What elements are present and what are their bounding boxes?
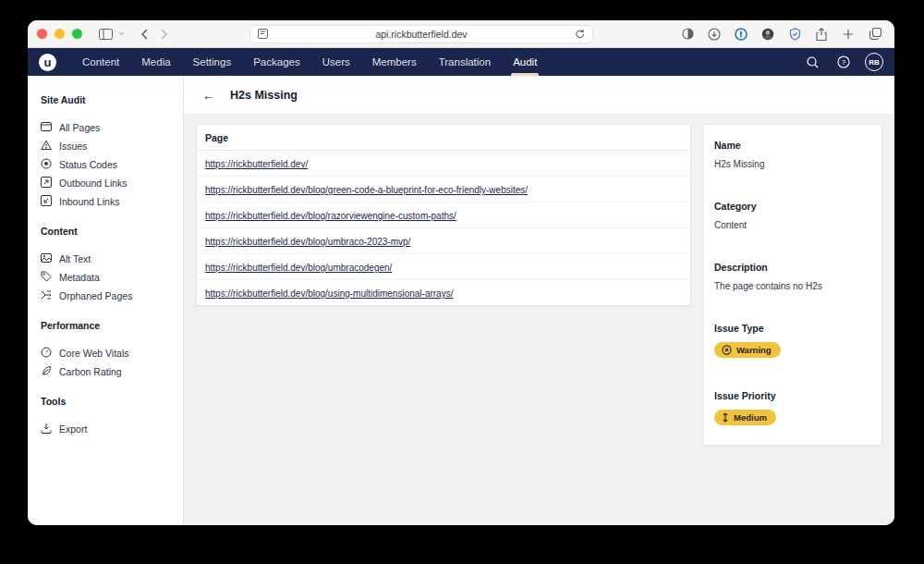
sidebar-item-label: Core Web Vitals	[59, 348, 128, 359]
sidebar-item-label: Issues	[59, 141, 87, 152]
table-row: https://rickbutterfield.dev/blog/razorvi…	[197, 202, 690, 228]
page-url-link[interactable]: https://rickbutterfield.dev/blog/using-m…	[205, 288, 453, 299]
site-audit-sidebar: Site AuditAll PagesIssuesStatus CodesOut…	[28, 76, 184, 525]
user-avatar[interactable]: RB	[865, 53, 883, 71]
sidebar-item-label: Alt Text	[59, 253, 91, 264]
browser-window: api.rickbutterfield.dev	[28, 20, 894, 525]
issue-priority-badge: Medium	[714, 410, 776, 425]
sidebar-item-metadata[interactable]: Metadata	[41, 268, 183, 287]
sidebar-item-label: Inbound Links	[59, 196, 119, 207]
issue-priority-label: Issue Priority	[714, 390, 870, 401]
umbraco-top-nav: u ContentMediaSettingsPackagesUsersMembe…	[28, 48, 894, 76]
page-url-link[interactable]: https://rickbutterfield.dev/blog/umbraco…	[205, 237, 410, 247]
pages-table: Page https://rickbutterfield.dev/https:/…	[196, 124, 691, 306]
sidebar-section-title: Performance	[41, 320, 183, 331]
help-icon[interactable]: ?	[833, 52, 854, 72]
sidebar-item-label: Export	[59, 423, 87, 435]
sidebar-item-inbound-links[interactable]: Inbound Links	[41, 192, 183, 211]
nav-item-members[interactable]: Members	[361, 48, 428, 76]
sidebar-item-all-pages[interactable]: All Pages	[41, 118, 183, 137]
name-label: Name	[714, 140, 870, 151]
tab-overview-icon[interactable]	[865, 24, 885, 44]
arrow-in-box-icon	[41, 195, 52, 208]
privacy-report-icon[interactable]	[677, 24, 698, 44]
close-window-button[interactable]	[37, 29, 47, 39]
gauge-icon	[41, 347, 52, 360]
nav-item-settings[interactable]: Settings	[182, 48, 243, 76]
sidebar-item-outbound-links[interactable]: Outbound Links	[41, 174, 183, 192]
sidebar-item-export[interactable]: Export	[41, 420, 183, 438]
page-url-link[interactable]: https://rickbutterfield.dev/	[205, 159, 308, 169]
browser-chrome: api.rickbutterfield.dev	[28, 20, 894, 48]
page-url-link[interactable]: https://rickbutterfield.dev/blog/umbraco…	[205, 263, 392, 273]
issue-type-value: Warning	[736, 345, 772, 355]
page-url-link[interactable]: https://rickbutterfield.dev/blog/razorvi…	[205, 211, 456, 221]
sidebar-toggle-icon[interactable]	[95, 24, 116, 44]
page-header: ← H2s Missing	[184, 76, 894, 115]
forward-icon[interactable]	[154, 24, 175, 44]
nav-item-users[interactable]: Users	[311, 48, 361, 76]
zoom-window-button[interactable]	[72, 29, 82, 39]
issue-type-label: Issue Type	[714, 323, 870, 334]
sidebar-item-core-web-vitals[interactable]: Core Web Vitals	[41, 344, 183, 362]
sidebar-item-label: Outbound Links	[59, 178, 128, 189]
name-value: H2s Missing	[714, 159, 870, 169]
nav-item-content[interactable]: Content	[71, 48, 130, 76]
reload-icon[interactable]	[574, 28, 587, 41]
page-title: H2s Missing	[230, 89, 298, 102]
leaf-icon	[41, 365, 52, 378]
image-icon	[41, 252, 52, 265]
target-icon	[41, 158, 52, 171]
sidebar-item-carbon-rating[interactable]: Carbon Rating	[41, 362, 183, 381]
umbraco-logo[interactable]: u	[39, 54, 56, 71]
warning-triangle-icon	[41, 140, 52, 153]
nav-item-audit[interactable]: Audit	[502, 48, 548, 76]
nav-item-media[interactable]: Media	[130, 48, 181, 76]
sidebar-item-label: Orphaned Pages	[59, 290, 132, 301]
sidebar-item-issues[interactable]: Issues	[41, 137, 183, 155]
table-row: https://rickbutterfield.dev/	[197, 151, 690, 177]
table-column-header: Page	[197, 125, 690, 151]
address-bar[interactable]: api.rickbutterfield.dev	[249, 25, 593, 43]
sidebar-item-label: All Pages	[59, 122, 100, 133]
category-value: Content	[714, 220, 870, 230]
sidebar-item-status-codes[interactable]: Status Codes	[41, 155, 183, 174]
nav-item-translation[interactable]: Translation	[428, 48, 502, 76]
issue-detail-panel: Name H2s Missing Category Content Descri…	[702, 124, 882, 446]
search-icon[interactable]	[802, 52, 822, 72]
window-controls	[37, 29, 82, 39]
url-text: api.rickbutterfield.dev	[269, 29, 574, 40]
shield-extension-icon[interactable]	[784, 24, 805, 44]
sidebar-item-label: Status Codes	[59, 159, 117, 170]
sidebar-item-orphaned-pages[interactable]: Orphaned Pages	[41, 287, 183, 305]
new-tab-icon[interactable]	[838, 24, 858, 44]
table-row: https://rickbutterfield.dev/blog/green-c…	[197, 177, 690, 202]
password-manager-extension-icon[interactable]	[731, 24, 751, 44]
extension-avatar-icon[interactable]	[758, 24, 778, 44]
table-row: https://rickbutterfield.dev/blog/using-m…	[197, 280, 690, 305]
issue-priority-value: Medium	[734, 412, 767, 423]
section-tabs: ContentMediaSettingsPackagesUsersMembers…	[71, 48, 548, 76]
table-row: https://rickbutterfield.dev/blog/umbraco…	[197, 254, 690, 280]
description-value: The page contains no H2s	[714, 281, 870, 291]
nav-item-packages[interactable]: Packages	[242, 48, 311, 76]
browser-window-icon	[41, 121, 52, 134]
sidebar-item-label: Metadata	[59, 272, 100, 283]
minimize-window-button[interactable]	[55, 29, 65, 39]
chevron-down-icon[interactable]	[116, 24, 127, 44]
table-row: https://rickbutterfield.dev/blog/umbraco…	[197, 228, 690, 254]
back-icon[interactable]	[134, 24, 154, 44]
category-label: Category	[714, 201, 870, 212]
svg-text:?: ?	[842, 58, 846, 67]
tag-icon	[41, 271, 52, 284]
up-down-arrow-icon	[722, 412, 729, 423]
sidebar-item-alt-text[interactable]: Alt Text	[41, 250, 183, 268]
page-url-link[interactable]: https://rickbutterfield.dev/blog/green-c…	[205, 185, 528, 195]
alert-circle-icon	[722, 345, 732, 355]
downloads-icon[interactable]	[704, 24, 724, 44]
issue-type-badge: Warning	[714, 342, 781, 358]
reader-icon[interactable]	[256, 28, 269, 41]
back-button[interactable]: ←	[202, 88, 215, 103]
share-icon[interactable]	[811, 24, 832, 44]
sidebar-section-title: Tools	[41, 396, 183, 407]
